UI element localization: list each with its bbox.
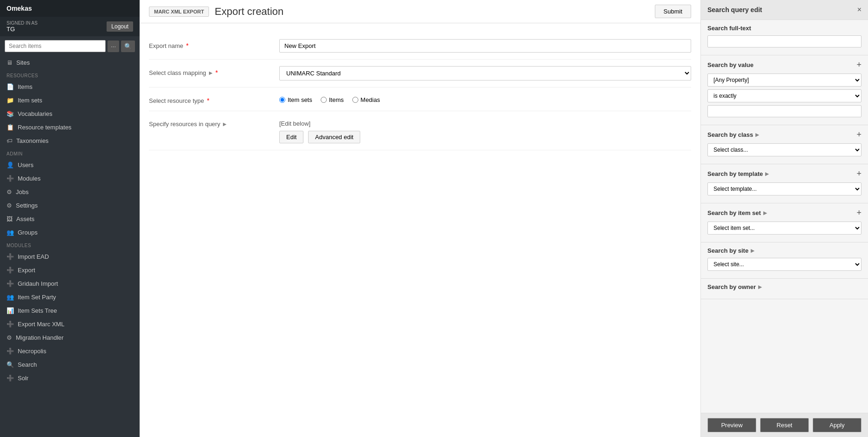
radio-item-sets-input[interactable] [279, 97, 285, 103]
sidebar-item-migration-handler[interactable]: ⚙ Migration Handler [0, 331, 140, 344]
sqp-item-set-select[interactable]: Select item set... [707, 222, 861, 235]
sidebar-label-import-ead: Import EAD [18, 253, 49, 260]
sqp-fulltext-input[interactable] [707, 35, 861, 47]
sqp-section-owner: Search by owner ▶ [701, 279, 868, 299]
sqp-site-select[interactable]: Select site... [707, 258, 861, 271]
sidebar-item-solr[interactable]: ➕ Solr [0, 371, 140, 385]
logout-button[interactable]: Logout [107, 21, 133, 32]
import-ead-icon: ➕ [7, 253, 14, 260]
class-mapping-control: UNIMARC Standard [279, 66, 691, 81]
edit-button[interactable]: Edit [279, 131, 303, 143]
required-star: * [186, 42, 188, 49]
export-name-input[interactable] [279, 39, 691, 53]
search-options-button[interactable]: ··· [108, 40, 119, 52]
taxonomies-icon: 🏷 [7, 137, 13, 144]
specify-resources-label: Specify resources in query ▶ [149, 118, 270, 128]
search-submit-button[interactable]: 🔍 [121, 40, 135, 52]
export-icon: ➕ [7, 267, 14, 274]
sqp-header: Search query edit × [701, 0, 868, 20]
sqp-value-title: Search by value [707, 61, 754, 68]
resources-section-label: RESOURCES [0, 69, 140, 80]
sidebar-item-taxonomies[interactable]: 🏷 Taxonomies [0, 134, 140, 148]
sqp-fulltext-header: Search full-text [707, 25, 861, 32]
necropolis-icon: ➕ [7, 348, 14, 355]
radio-item-sets[interactable]: Item sets [279, 96, 312, 103]
radio-medias[interactable]: Medias [352, 96, 380, 103]
sidebar-item-import-ead[interactable]: ➕ Import EAD [0, 250, 140, 263]
sqp-class-select[interactable]: Select class... [707, 143, 861, 156]
sqp-template-arrow: ▶ [765, 171, 769, 176]
radio-items-input[interactable] [321, 97, 327, 103]
sidebar-item-export-marc-xml[interactable]: ➕ Export Marc XML [0, 317, 140, 331]
sidebar-item-item-sets[interactable]: 📁 Item sets [0, 94, 140, 107]
radio-items[interactable]: Items [321, 96, 344, 103]
sqp-reset-button[interactable]: Reset [760, 418, 809, 432]
export-marc-xml-icon: ➕ [7, 321, 14, 328]
sqp-item-set-header: Search by item set ▶ + [707, 208, 861, 218]
radio-medias-input[interactable] [352, 97, 358, 103]
sqp-class-add-button[interactable]: + [856, 130, 861, 140]
topbar-left: MARC XML EXPORT Export creation [149, 6, 283, 18]
sidebar-item-sites[interactable]: 🖥 Sites [0, 56, 140, 69]
sidebar-label-sites: Sites [16, 59, 30, 66]
sidebar-item-gridauh-import[interactable]: ➕ Gridauh Import [0, 277, 140, 290]
specify-resources-label-text: Specify resources in query [149, 121, 220, 128]
sidebar: Omekas SIGNED IN AS TG Logout ··· 🔍 🖥 Si… [0, 0, 140, 437]
sidebar-label-item-sets-tree: Item Sets Tree [18, 307, 57, 314]
sqp-template-select[interactable]: Select template... [707, 182, 861, 195]
sidebar-item-groups[interactable]: 👥 Groups [0, 226, 140, 239]
specify-resources-row: Specify resources in query ▶ [Edit below… [149, 111, 691, 150]
sidebar-item-search[interactable]: 🔍 Search [0, 358, 140, 371]
sidebar-item-vocabularies[interactable]: 📚 Vocabularies [0, 107, 140, 121]
sqp-apply-button[interactable]: Apply [813, 418, 861, 432]
sidebar-item-items[interactable]: 📄 Items [0, 80, 140, 94]
class-mapping-select[interactable]: UNIMARC Standard [279, 66, 691, 81]
sidebar-item-assets[interactable]: 🖼 Assets [0, 212, 140, 226]
sqp-footer: Preview Reset Apply [701, 413, 868, 437]
sidebar-item-necropolis[interactable]: ➕ Necropolis [0, 344, 140, 358]
sqp-close-button[interactable]: × [857, 6, 861, 14]
sqp-site-arrow: ▶ [751, 248, 754, 253]
sqp-site-header: Search by site ▶ [707, 247, 861, 254]
sidebar-label-modules: Modules [18, 175, 40, 182]
resource-type-control: Item sets Items Medias [279, 94, 691, 103]
sqp-template-add-button[interactable]: + [856, 169, 861, 179]
resource-type-row: Select resource type * Item sets Items [149, 87, 691, 111]
page-title: Export creation [215, 6, 283, 18]
sqp-value-input[interactable] [707, 105, 861, 117]
sqp-is-exactly-select[interactable]: is exactly [707, 89, 861, 102]
search-input[interactable] [5, 40, 106, 52]
sqp-site-title: Search by site ▶ [707, 247, 754, 254]
app-title-text: Omekas [7, 5, 32, 12]
required-star-2: * [215, 69, 218, 76]
advanced-edit-button[interactable]: Advanced edit [308, 131, 360, 143]
class-mapping-label-text: Select class mapping [149, 69, 206, 76]
content-area: Export name * Select class mapping ▶ * U… [140, 23, 700, 437]
sqp-any-property-select[interactable]: [Any Property] [707, 74, 861, 87]
sidebar-item-item-set-party[interactable]: 👥 Item Set Party [0, 290, 140, 304]
sidebar-item-users[interactable]: 👤 Users [0, 158, 140, 172]
sidebar-label-settings: Settings [16, 202, 38, 209]
signed-in-label: SIGNED IN AS [7, 20, 38, 26]
sidebar-item-jobs[interactable]: ⚙ Jobs [0, 185, 140, 199]
sidebar-item-modules[interactable]: ➕ Modules [0, 172, 140, 185]
sidebar-item-item-sets-tree[interactable]: 📊 Item Sets Tree [0, 304, 140, 317]
sidebar-label-export: Export [18, 267, 35, 274]
sqp-preview-button[interactable]: Preview [707, 418, 756, 432]
specify-arrow: ▶ [223, 121, 227, 127]
submit-button[interactable]: Submit [655, 5, 691, 18]
sidebar-item-settings[interactable]: ⚙ Settings [0, 199, 140, 212]
sqp-item-set-add-button[interactable]: + [856, 208, 861, 218]
sqp-section-value: Search by value + [Any Property] is exac… [701, 55, 868, 125]
sqp-class-header: Search by class ▶ + [707, 130, 861, 140]
search-bar: ··· 🔍 [0, 36, 140, 56]
sqp-class-title: Search by class ▶ [707, 131, 759, 138]
sqp-value-add-button[interactable]: + [856, 60, 861, 70]
sidebar-item-resource-templates[interactable]: 📋 Resource templates [0, 121, 140, 134]
sidebar-label-migration-handler: Migration Handler [16, 334, 64, 341]
username: TG [7, 26, 38, 33]
sidebar-item-export[interactable]: ➕ Export [0, 263, 140, 277]
search-query-panel: Search query edit × Search full-text Sea… [700, 0, 868, 437]
sqp-owner-title: Search by owner ▶ [707, 283, 762, 290]
groups-icon: 👥 [7, 229, 14, 236]
